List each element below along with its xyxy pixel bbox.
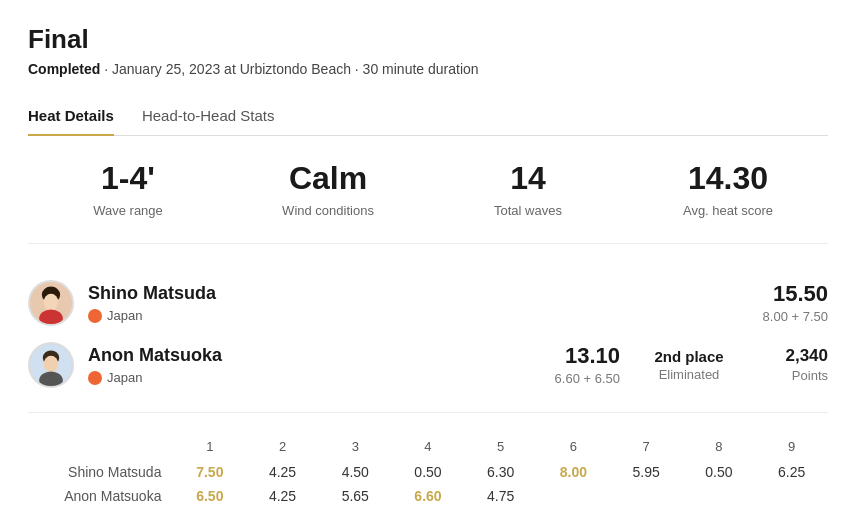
wave-col-3: 3 bbox=[319, 433, 392, 460]
stat-total-waves-value: 14 bbox=[428, 160, 628, 197]
stat-wave-range-label: Wave range bbox=[93, 203, 163, 218]
wave-col-9: 9 bbox=[755, 433, 828, 460]
wave-score-1-1: 4.25 bbox=[246, 484, 319, 508]
wave-score-0-8: 6.25 bbox=[755, 460, 828, 484]
wave-col-7: 7 bbox=[610, 433, 683, 460]
surfer-total-shino: 15.50 bbox=[748, 281, 828, 307]
stat-avg-heat-score-label: Avg. heat score bbox=[683, 203, 773, 218]
surfer-place-anon: 2nd place Eliminated bbox=[644, 348, 734, 383]
surfer-points-anon: 2,340 Points bbox=[758, 346, 828, 384]
wave-score-0-5: 8.00 bbox=[537, 460, 610, 484]
wave-score-1-5: - bbox=[537, 484, 610, 508]
stat-total-waves-label: Total waves bbox=[494, 203, 562, 218]
surfer-country-shino: Japan bbox=[88, 308, 748, 323]
wave-score-0-4: 6.30 bbox=[464, 460, 537, 484]
surfer-points-value-anon: 2,340 bbox=[758, 346, 828, 366]
avatar-shino bbox=[28, 280, 74, 326]
wave-score-0-2: 4.50 bbox=[319, 460, 392, 484]
page-title: Final bbox=[28, 24, 828, 55]
surfer-breakdown-shino: 8.00 + 7.50 bbox=[763, 309, 828, 324]
surfer-breakdown-anon: 6.60 + 6.50 bbox=[555, 371, 620, 386]
stat-wave-range: 1-4' Wave range bbox=[28, 160, 228, 219]
tab-head-to-head[interactable]: Head-to-Head Stats bbox=[142, 97, 275, 136]
wave-score-1-4: 4.75 bbox=[464, 484, 537, 508]
japan-flag-icon-shino bbox=[88, 309, 102, 323]
surfer-score-shino: 15.50 8.00 + 7.50 bbox=[748, 281, 828, 325]
stat-total-waves: 14 Total waves bbox=[428, 160, 628, 219]
tabs-container: Heat Details Head-to-Head Stats bbox=[28, 97, 828, 136]
wave-score-1-8: - bbox=[755, 484, 828, 508]
surfer-info-anon: Anon Matsuoka Japan bbox=[88, 345, 540, 385]
wave-score-1-2: 5.65 bbox=[319, 484, 392, 508]
surfer-score-anon: 13.10 6.60 + 6.50 bbox=[540, 343, 620, 387]
avatar-anon bbox=[28, 342, 74, 388]
svg-point-2 bbox=[44, 294, 59, 310]
wave-col-2: 2 bbox=[246, 433, 319, 460]
wave-score-1-3: 6.60 bbox=[392, 484, 465, 508]
wave-score-0-6: 5.95 bbox=[610, 460, 683, 484]
wave-col-8: 8 bbox=[682, 433, 755, 460]
stat-wind-value: Calm bbox=[228, 160, 428, 197]
surfer-info-shino: Shino Matsuda Japan bbox=[88, 283, 748, 323]
wave-score-0-3: 0.50 bbox=[392, 460, 465, 484]
wave-row-name-0: Shino Matsuda bbox=[28, 460, 173, 484]
wave-table-row-shino-matsuda: Shino Matsuda7.504.254.500.506.308.005.9… bbox=[28, 460, 828, 484]
surfer-place-label-anon: Eliminated bbox=[659, 367, 720, 382]
wave-col-name bbox=[28, 433, 173, 460]
wave-table-section: 1 2 3 4 5 6 7 8 9 Shino Matsuda7.504.254… bbox=[28, 433, 828, 508]
japan-flag-icon-anon bbox=[88, 371, 102, 385]
wave-col-5: 5 bbox=[464, 433, 537, 460]
surfers-section: Shino Matsuda Japan 15.50 8.00 + 7.50 bbox=[28, 268, 828, 413]
wave-score-1-7: - bbox=[682, 484, 755, 508]
wave-table-row-anon-matsuoka: Anon Matsuoka6.504.255.656.604.75---- bbox=[28, 484, 828, 508]
wave-col-4: 4 bbox=[392, 433, 465, 460]
surfer-name-shino: Shino Matsuda bbox=[88, 283, 748, 304]
stat-wind-label: Wind conditions bbox=[282, 203, 374, 218]
surfer-place-value-anon: 2nd place bbox=[644, 348, 734, 365]
surfer-row-anon: Anon Matsuoka Japan 13.10 6.60 + 6.50 2n… bbox=[28, 330, 828, 392]
wave-col-1: 1 bbox=[173, 433, 246, 460]
subtitle: Completed · January 25, 2023 at Urbizton… bbox=[28, 61, 828, 77]
stat-avg-heat-score: 14.30 Avg. heat score bbox=[628, 160, 828, 219]
wave-score-0-7: 0.50 bbox=[682, 460, 755, 484]
wave-score-1-6: - bbox=[610, 484, 683, 508]
wave-score-0-0: 7.50 bbox=[173, 460, 246, 484]
stat-avg-heat-score-value: 14.30 bbox=[628, 160, 828, 197]
stats-row: 1-4' Wave range Calm Wind conditions 14 … bbox=[28, 160, 828, 244]
wave-score-0-1: 4.25 bbox=[246, 460, 319, 484]
wave-row-name-1: Anon Matsuoka bbox=[28, 484, 173, 508]
surfer-points-label-anon: Points bbox=[792, 368, 828, 383]
stat-wind: Calm Wind conditions bbox=[228, 160, 428, 219]
tab-heat-details[interactable]: Heat Details bbox=[28, 97, 114, 136]
surfer-name-anon: Anon Matsuoka bbox=[88, 345, 540, 366]
surfer-country-anon: Japan bbox=[88, 370, 540, 385]
surfer-total-anon: 13.10 bbox=[540, 343, 620, 369]
svg-point-6 bbox=[44, 356, 59, 372]
wave-col-6: 6 bbox=[537, 433, 610, 460]
surfer-row-shino: Shino Matsuda Japan 15.50 8.00 + 7.50 bbox=[28, 268, 828, 330]
wave-score-1-0: 6.50 bbox=[173, 484, 246, 508]
wave-table-header-row: 1 2 3 4 5 6 7 8 9 bbox=[28, 433, 828, 460]
stat-wave-range-value: 1-4' bbox=[28, 160, 228, 197]
